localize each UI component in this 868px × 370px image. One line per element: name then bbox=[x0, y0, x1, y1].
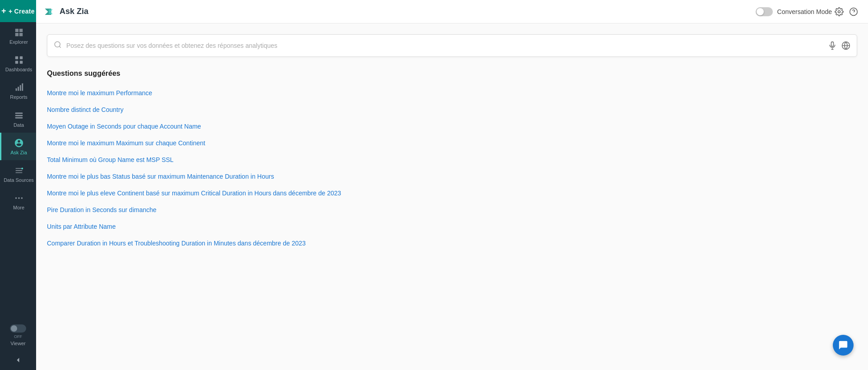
create-label: + Create bbox=[9, 8, 35, 15]
globe-icon bbox=[841, 41, 850, 50]
suggestion-item[interactable]: Comparer Duration in Hours et Troublesho… bbox=[47, 235, 857, 252]
sidebar-item-label-dashboards: Dashboards bbox=[5, 67, 32, 73]
help-button[interactable] bbox=[846, 5, 861, 19]
main-content: Ask Zia Conversation Mode bbox=[36, 0, 868, 370]
help-icon bbox=[849, 7, 858, 16]
svg-point-15 bbox=[838, 10, 840, 13]
sidebar-item-label-explorer: Explorer bbox=[9, 39, 28, 45]
viewer-toggle[interactable] bbox=[10, 324, 26, 333]
reports-icon bbox=[14, 83, 24, 92]
conversation-mode-toggle[interactable] bbox=[756, 7, 773, 16]
svg-rect-18 bbox=[831, 42, 834, 46]
sidebar-item-label-data-sources: Data Sources bbox=[4, 177, 34, 183]
gear-icon bbox=[835, 7, 844, 16]
topbar-logo: Ask Zia bbox=[43, 5, 88, 18]
ask-zia-icon bbox=[14, 138, 24, 148]
zia-logo-icon bbox=[43, 5, 56, 18]
search-input[interactable] bbox=[66, 42, 828, 49]
search-icon bbox=[54, 41, 62, 51]
svg-point-14 bbox=[21, 197, 23, 199]
voice-search-button[interactable] bbox=[828, 41, 837, 50]
svg-rect-8 bbox=[15, 112, 23, 114]
sidebar-item-data-sources[interactable]: Data Sources bbox=[0, 160, 36, 188]
suggestion-item[interactable]: Montre moi le maximum Maximum sur chaque… bbox=[47, 135, 857, 152]
sidebar-item-label-reports: Reports bbox=[10, 94, 28, 100]
suggestion-item[interactable]: Montre moi le plus bas Status basé sur m… bbox=[47, 168, 857, 185]
svg-rect-6 bbox=[19, 85, 21, 91]
search-bar bbox=[47, 34, 857, 57]
dashboards-icon bbox=[14, 55, 24, 65]
suggestions-title: Questions suggérées bbox=[47, 69, 857, 78]
sidebar-collapse-button[interactable] bbox=[0, 350, 36, 370]
sidebar-item-label-ask-zia: Ask Zia bbox=[10, 150, 27, 156]
topbar: Ask Zia Conversation Mode bbox=[36, 0, 868, 23]
svg-rect-3 bbox=[19, 61, 22, 64]
sidebar-item-label-data: Data bbox=[14, 122, 24, 128]
sidebar-item-dashboards[interactable]: Dashboards bbox=[0, 50, 36, 77]
create-button[interactable]: + + Create bbox=[0, 0, 36, 22]
svg-rect-7 bbox=[22, 83, 23, 91]
sidebar-item-data[interactable]: Data bbox=[0, 105, 36, 133]
svg-rect-1 bbox=[19, 56, 22, 59]
conversation-mode-area: Conversation Mode bbox=[756, 7, 832, 16]
svg-point-12 bbox=[15, 197, 17, 199]
content-area: Questions suggérées Montre moi le maximu… bbox=[36, 23, 868, 370]
svg-rect-0 bbox=[15, 56, 18, 59]
explorer-icon bbox=[14, 28, 24, 37]
svg-point-17 bbox=[55, 42, 60, 47]
suggestion-item[interactable]: Nombre distinct de Country bbox=[47, 102, 857, 118]
svg-point-13 bbox=[18, 197, 20, 199]
chat-fab[interactable] bbox=[833, 335, 854, 356]
suggestion-item[interactable]: Pire Duration in Seconds sur dimanche bbox=[47, 202, 857, 218]
collapse-icon bbox=[14, 356, 23, 365]
svg-rect-9 bbox=[15, 115, 23, 116]
suggestion-item[interactable]: Montre moi le plus eleve Continent basé … bbox=[47, 185, 857, 202]
suggestion-item[interactable]: Montre moi le maximum Performance bbox=[47, 85, 857, 102]
conversation-mode-label: Conversation Mode bbox=[777, 8, 832, 15]
plus-icon: + bbox=[1, 6, 6, 16]
search-bar-actions bbox=[828, 41, 850, 50]
sidebar-item-label-more: More bbox=[13, 205, 24, 211]
suggestion-item[interactable]: Units par Attribute Name bbox=[47, 218, 857, 235]
sidebar: + + Create Explorer Dashboards Reports D… bbox=[0, 0, 36, 370]
toggle-off-label: OFF bbox=[14, 334, 22, 339]
data-sources-icon bbox=[14, 166, 24, 176]
topbar-title: Ask Zia bbox=[60, 7, 88, 16]
sidebar-item-more[interactable]: More bbox=[0, 188, 36, 215]
settings-button[interactable] bbox=[832, 5, 846, 19]
more-icon bbox=[14, 193, 24, 203]
sidebar-item-ask-zia[interactable]: Ask Zia bbox=[0, 133, 36, 160]
viewer-label: Viewer bbox=[10, 341, 25, 347]
suggestions-list: Montre moi le maximum PerformanceNombre … bbox=[47, 85, 857, 252]
language-button[interactable] bbox=[841, 41, 850, 50]
chat-bubble-icon bbox=[838, 340, 848, 350]
svg-rect-10 bbox=[15, 117, 23, 118]
svg-point-11 bbox=[21, 168, 23, 170]
sidebar-item-explorer[interactable]: Explorer bbox=[0, 22, 36, 50]
microphone-icon bbox=[828, 41, 837, 50]
svg-rect-2 bbox=[15, 61, 18, 64]
sidebar-item-reports[interactable]: Reports bbox=[0, 77, 36, 105]
suggestion-item[interactable]: Total Minimum où Group Name est MSP SSL bbox=[47, 152, 857, 168]
suggestions-section: Questions suggérées Montre moi le maximu… bbox=[47, 69, 857, 252]
data-icon bbox=[14, 111, 24, 120]
svg-rect-4 bbox=[15, 88, 17, 91]
viewer-toggle-area: OFF Viewer bbox=[0, 321, 36, 350]
svg-rect-5 bbox=[18, 87, 19, 91]
suggestion-item[interactable]: Moyen Outage in Seconds pour chaque Acco… bbox=[47, 118, 857, 135]
